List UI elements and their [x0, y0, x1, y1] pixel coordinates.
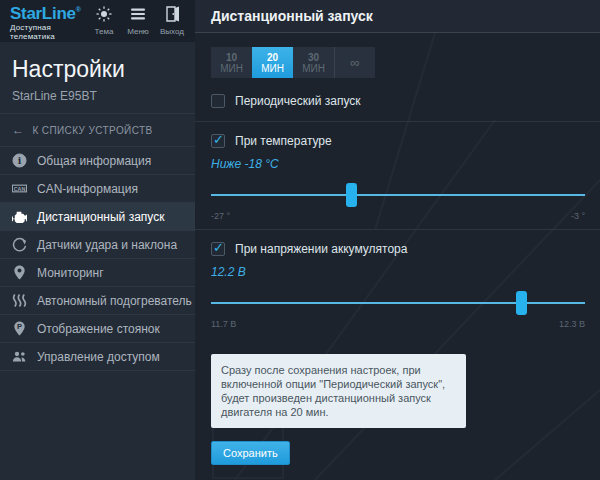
map-pin-icon [10, 265, 28, 280]
sidebar-item-shock-tilt-sensors[interactable]: Датчики удара и наклона [0, 231, 195, 259]
topbar: StarLine® Доступная телематика Тема Меню [0, 0, 195, 42]
periodic-start-checkbox[interactable] [211, 94, 225, 108]
voltage-slider-track [211, 302, 585, 304]
users-icon [10, 349, 28, 364]
menu-button[interactable]: Меню [123, 6, 153, 36]
voltage-section: При напряжении аккумулятора 12.2 В 11.7 … [211, 242, 585, 337]
sidebar-item-label: Датчики удара и наклона [37, 238, 177, 252]
temperature-label: При температуре [235, 134, 332, 148]
logo-tagline: Доступная телематика [10, 23, 89, 41]
heater-icon [10, 293, 28, 308]
sidebar-item-autonomous-heater[interactable]: Автономный подогреватель [0, 287, 195, 315]
temperature-value: Ниже -18 °C [211, 157, 585, 171]
sidebar-item-label: Общая информация [37, 154, 151, 168]
periodic-start-row: Периодический запуск [211, 94, 585, 108]
temperature-section: При температуре Ниже -18 °C -27 ° -3 ° [211, 134, 585, 229]
device-name: StarLine E95BT [12, 89, 183, 103]
starline-logo: StarLine® Доступная телематика [10, 1, 89, 42]
exit-button[interactable]: Выход [157, 6, 187, 36]
svg-text:P: P [16, 322, 21, 331]
info-icon: i [10, 153, 28, 168]
engine-icon [10, 209, 28, 224]
shock-sensor-icon [10, 237, 28, 252]
sidebar-item-parking-display[interactable]: P Отображение стоянок [0, 315, 195, 343]
theme-sun-icon [96, 6, 112, 25]
sidebar-item-general-info[interactable]: i Общая информация [0, 147, 195, 175]
save-button[interactable]: Сохранить [211, 441, 290, 465]
sidebar-item-label: Автономный подогреватель [37, 294, 192, 308]
page-title: Настройки [12, 56, 183, 83]
duration-10-min-button[interactable]: 10 МИН [211, 47, 252, 78]
sidebar-item-can-info[interactable]: CAN CAN-информация [0, 175, 195, 203]
divider [195, 229, 600, 230]
menu-button-label: Меню [127, 27, 149, 36]
voltage-value: 12.2 В [211, 265, 585, 279]
sidebar-menu: i Общая информация CAN CAN-информация Ди… [0, 147, 195, 371]
temperature-min-label: -27 ° [211, 211, 230, 221]
sidebar-item-label: Управление доступом [37, 350, 160, 364]
voltage-min-label: 11.7 В [211, 319, 236, 329]
settings-panel: Дистанционный запуск 10 МИН 20 МИН 30 МИ [195, 0, 600, 480]
sidebar-item-label: Отображение стоянок [37, 322, 160, 336]
logo-text: StarLine [10, 3, 76, 22]
sidebar-item-label: Мониторинг [37, 266, 104, 280]
periodic-start-label: Периодический запуск [235, 94, 361, 108]
sidebar-header: Настройки StarLine E95BT [0, 42, 195, 114]
voltage-label: При напряжении аккумулятора [235, 242, 407, 256]
svg-text:i: i [17, 155, 21, 166]
temperature-checkbox[interactable] [211, 134, 225, 148]
sidebar-item-monitoring[interactable]: Мониторинг [0, 259, 195, 287]
temperature-slider-handle[interactable] [346, 183, 357, 207]
duration-infinite-button[interactable]: ∞ [334, 47, 375, 78]
sidebar-item-label: CAN-информация [37, 182, 138, 196]
sidebar-item-remote-start[interactable]: Дистанционный запуск [0, 203, 195, 231]
theme-button[interactable]: Тема [89, 6, 119, 36]
duration-20-min-button[interactable]: 20 МИН [252, 47, 293, 78]
temperature-max-label: -3 ° [571, 211, 585, 221]
sidebar-item-label: Дистанционный запуск [37, 210, 164, 224]
sidebar: StarLine® Доступная телематика Тема Меню [0, 0, 195, 480]
voltage-max-label: 12.3 В [559, 319, 585, 329]
back-to-devices-link[interactable]: ← К СПИСКУ УСТРОЙСТВ [0, 114, 195, 147]
can-icon: CAN [10, 181, 28, 196]
menu-hamburger-icon [130, 6, 146, 25]
exit-button-label: Выход [160, 27, 184, 36]
trademark-symbol: ® [76, 6, 81, 13]
back-arrow-icon: ← [12, 123, 24, 137]
back-link-label: К СПИСКУ УСТРОЙСТВ [32, 125, 152, 136]
infinity-icon: ∞ [350, 57, 359, 68]
temperature-slider-track [211, 194, 585, 196]
parking-pin-icon: P [10, 321, 28, 336]
duration-30-min-button[interactable]: 30 МИН [293, 47, 334, 78]
voltage-checkbox[interactable] [211, 242, 225, 256]
sidebar-item-access-control[interactable]: Управление доступом [0, 343, 195, 371]
topbar-actions: Тема Меню Выход [89, 6, 187, 36]
exit-door-icon [164, 6, 180, 25]
panel-header: Дистанционный запуск [195, 0, 600, 33]
panel-title: Дистанционный запуск [211, 8, 373, 24]
run-duration-segmented-control: 10 МИН 20 МИН 30 МИН ∞ [211, 47, 375, 78]
temperature-slider[interactable] [211, 183, 585, 207]
voltage-slider-handle[interactable] [516, 291, 527, 315]
voltage-slider[interactable] [211, 291, 585, 315]
info-note: Сразу после сохранения настроек, при вкл… [211, 354, 466, 428]
theme-button-label: Тема [95, 27, 114, 36]
svg-text:CAN: CAN [13, 186, 25, 192]
app-window: StarLine® Доступная телематика Тема Меню [0, 0, 600, 480]
divider [195, 121, 600, 122]
